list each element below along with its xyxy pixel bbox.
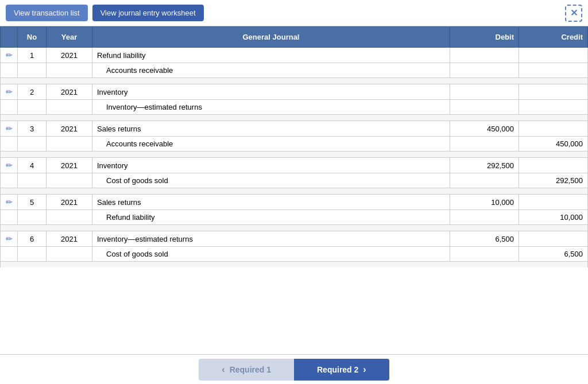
debit-main-cell-1 [450, 84, 519, 100]
credit-sub-cell-4: 10,000 [519, 210, 588, 225]
table-spacer-row [1, 188, 588, 195]
header-general-journal: General Journal [92, 27, 450, 48]
table-row: ✏ 5 2021 Sales returns 10,000 [1, 195, 588, 210]
journal-table: No Year General Journal Debit Credit ✏ 1… [0, 26, 588, 267]
year-cell-2: 2021 [47, 121, 92, 137]
credit-sub-cell-3: 292,500 [519, 173, 588, 188]
credit-main-cell-3 [519, 158, 588, 173]
required2-button[interactable]: Required 2 › [294, 359, 389, 381]
table-row: ✏ 3 2021 Sales returns 450,000 [1, 121, 588, 137]
view-journal-button[interactable]: View journal entry worksheet [92, 5, 204, 21]
no-cell-5: 6 [18, 231, 47, 247]
edit-cell-5: ✏ [1, 231, 18, 247]
close-button[interactable]: ✕ [565, 5, 582, 22]
next-chevron-icon: › [363, 364, 366, 375]
year-cell-sub-5 [47, 247, 92, 262]
no-cell-0: 1 [18, 48, 47, 63]
credit-main-cell-0 [519, 48, 588, 63]
no-cell-sub-5 [18, 247, 47, 262]
header-credit: Credit [519, 27, 588, 48]
edit-cell-1: ✏ [1, 84, 18, 100]
journal-main-cell-0: Refund liability [92, 48, 450, 63]
header-debit: Debit [450, 27, 519, 48]
edit-icon-5[interactable]: ✏ [6, 234, 13, 243]
no-cell-sub-0 [18, 63, 47, 78]
journal-sub-cell-4: Refund liability [92, 210, 450, 225]
edit-cell-sub-4 [1, 210, 18, 225]
edit-cell-sub-3 [1, 173, 18, 188]
no-cell-1: 2 [18, 84, 47, 100]
table-spacer-row [1, 78, 588, 84]
no-cell-sub-1 [18, 100, 47, 115]
credit-main-cell-1 [519, 84, 588, 100]
header-edit [1, 27, 18, 48]
credit-sub-cell-0 [519, 63, 588, 78]
year-cell-4: 2021 [47, 195, 92, 210]
table-row: ✏ 1 2021 Refund liability [1, 48, 588, 63]
debit-sub-cell-0 [450, 63, 519, 78]
table-spacer-row [1, 225, 588, 231]
table-spacer-row [1, 115, 588, 121]
journal-main-cell-1: Inventory [92, 84, 450, 100]
journal-main-cell-3: Inventory [92, 158, 450, 173]
debit-main-cell-2: 450,000 [450, 121, 519, 137]
table-sub-row: Refund liability 10,000 [1, 210, 588, 225]
year-cell-sub-4 [47, 210, 92, 225]
journal-main-cell-4: Sales returns [92, 195, 450, 210]
spacer-cell-5 [1, 262, 588, 268]
table-header-row: No Year General Journal Debit Credit [1, 27, 588, 48]
edit-icon-0[interactable]: ✏ [6, 51, 13, 60]
table-sub-row: Inventory—estimated returns [1, 100, 588, 115]
edit-cell-4: ✏ [1, 195, 18, 210]
journal-main-cell-5: Inventory—estimated returns [92, 231, 450, 247]
debit-main-cell-4: 10,000 [450, 195, 519, 210]
edit-cell-2: ✏ [1, 121, 18, 137]
edit-cell-sub-2 [1, 137, 18, 152]
no-cell-sub-4 [18, 210, 47, 225]
edit-icon-2[interactable]: ✏ [6, 124, 13, 133]
credit-sub-cell-1 [519, 100, 588, 115]
journal-sub-cell-0: Accounts receivable [92, 63, 450, 78]
no-cell-sub-2 [18, 137, 47, 152]
journal-table-container: No Year General Journal Debit Credit ✏ 1… [0, 26, 588, 348]
table-sub-row: Cost of goods sold 6,500 [1, 247, 588, 262]
table-spacer-row [1, 152, 588, 158]
table-sub-row: Cost of goods sold 292,500 [1, 173, 588, 188]
credit-sub-cell-2: 450,000 [519, 137, 588, 152]
credit-main-cell-5 [519, 231, 588, 247]
edit-icon-3[interactable]: ✏ [6, 161, 13, 170]
journal-sub-cell-2: Accounts receivable [92, 137, 450, 152]
journal-sub-cell-3: Cost of goods sold [92, 173, 450, 188]
edit-cell-3: ✏ [1, 158, 18, 173]
journal-sub-cell-1: Inventory—estimated returns [92, 100, 450, 115]
journal-main-cell-2: Sales returns [92, 121, 450, 137]
prev-chevron-icon: ‹ [222, 364, 225, 375]
debit-sub-cell-2 [450, 137, 519, 152]
no-cell-sub-3 [18, 173, 47, 188]
year-cell-3: 2021 [47, 158, 92, 173]
required1-button[interactable]: ‹ Required 1 [199, 359, 294, 381]
edit-icon-1[interactable]: ✏ [6, 87, 13, 96]
spacer-cell-0 [1, 78, 588, 84]
year-cell-sub-0 [47, 63, 92, 78]
debit-sub-cell-5 [450, 247, 519, 262]
table-row: ✏ 2 2021 Inventory [1, 84, 588, 100]
year-cell-5: 2021 [47, 231, 92, 247]
required2-label: Required 2 [317, 365, 358, 374]
view-transaction-button[interactable]: View transaction list [6, 5, 88, 21]
debit-sub-cell-4 [450, 210, 519, 225]
year-cell-0: 2021 [47, 48, 92, 63]
footer-nav: ‹ Required 1 Required 2 › [0, 354, 588, 384]
debit-main-cell-0 [450, 48, 519, 63]
edit-icon-4[interactable]: ✏ [6, 197, 13, 207]
edit-cell-0: ✏ [1, 48, 18, 63]
debit-sub-cell-3 [450, 173, 519, 188]
close-icon: ✕ [570, 7, 578, 18]
spacer-cell-2 [1, 152, 588, 158]
year-cell-sub-2 [47, 137, 92, 152]
credit-sub-cell-5: 6,500 [519, 247, 588, 262]
credit-main-cell-2 [519, 121, 588, 137]
required1-label: Required 1 [230, 365, 271, 374]
table-spacer-row [1, 262, 588, 268]
no-cell-4: 5 [18, 195, 47, 210]
